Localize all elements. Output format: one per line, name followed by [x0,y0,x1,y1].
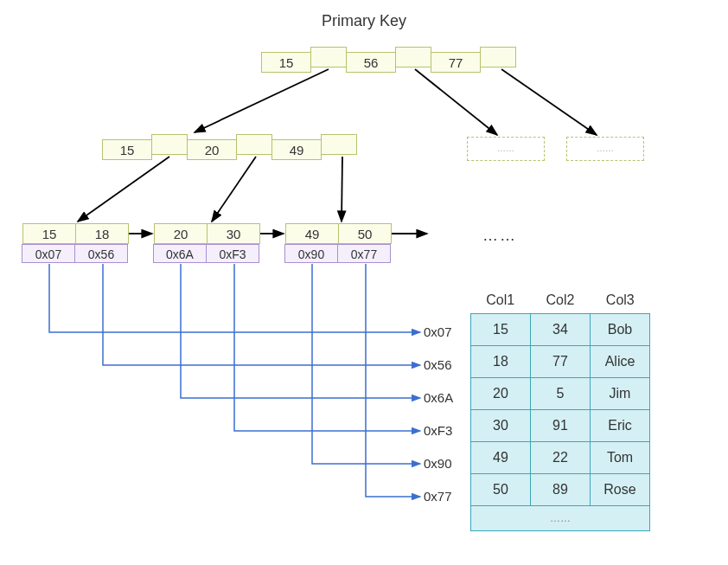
leaf0-key-0: 15 [22,223,76,244]
row-addr-4: 0x90 [424,456,452,471]
row-addr-2: 0x6A [424,390,453,405]
cell: 22 [531,442,591,474]
cell: Bob [591,314,650,346]
cell: 50 [471,474,531,506]
svg-line-4 [212,157,256,222]
svg-line-3 [78,157,169,222]
svg-line-0 [195,69,329,132]
diagram-title: Primary Key [0,12,728,30]
cell: Eric [591,410,650,442]
svg-line-5 [342,157,342,222]
cell: 5 [531,378,591,410]
cell: Rose [591,474,650,506]
leaf0-ptr-1: 0x56 [74,244,128,263]
internal-gap-1 [236,134,272,155]
cell: 49 [471,442,531,474]
leaf2-key-0: 49 [285,223,339,244]
leaf-node-2: 49 50 0x90 0x77 [285,223,392,263]
root-gap-2 [480,47,516,67]
row-addr-1: 0x56 [424,357,452,372]
col-header-1: Col2 [530,292,590,313]
root-key-0: 15 [261,52,311,73]
table-row: 1534Bob [471,314,650,346]
root-gap-1 [395,47,431,67]
cell: 34 [531,314,591,346]
table-row: 1877Alice [471,346,650,378]
cell: Tom [591,442,650,474]
leaf2-ptr-1: 0x77 [337,244,391,263]
placeholder-node-2: …… [566,137,644,161]
root-key-1: 56 [346,52,396,73]
leaf0-key-1: 18 [75,223,129,244]
cell: 20 [471,378,531,410]
cell: 15 [471,314,531,346]
internal-gap-0 [151,134,188,155]
leaf0-ptr-0: 0x07 [22,244,75,263]
leaf1-ptr-1: 0xF3 [206,244,259,263]
leaf-ellipsis: …… [482,227,517,245]
row-addr-0: 0x07 [424,324,452,339]
col-header-0: Col1 [470,292,530,313]
table-row: 205Jim [471,378,650,410]
table-row: 4922Tom [471,442,650,474]
cell: 77 [531,346,591,378]
svg-line-2 [501,69,597,135]
row-addr-5: 0x77 [424,489,452,504]
cell: 30 [471,410,531,442]
data-table: Col1 Col2 Col3 1534Bob 1877Alice 205Jim … [470,292,650,531]
internal-node: 15 20 49 [102,134,357,160]
col-header-2: Col3 [591,292,650,313]
leaf2-key-1: 50 [338,223,392,244]
leaf2-ptr-0: 0x90 [284,244,338,263]
svg-line-1 [415,69,497,135]
leaf-node-0: 15 18 0x07 0x56 [22,223,129,263]
cell: 91 [531,410,591,442]
leaf1-key-0: 20 [154,223,208,244]
cell: Jim [591,378,650,410]
table-row-ellipsis: …… [471,506,650,531]
internal-key-0: 15 [102,139,152,160]
internal-key-2: 49 [271,139,322,160]
cell: Alice [591,346,650,378]
table-footer: …… [471,506,650,531]
table-row: 3091Eric [471,410,650,442]
internal-gap-2 [321,134,357,155]
root-key-2: 77 [431,52,481,73]
row-addr-3: 0xF3 [424,423,452,438]
cell: 18 [471,346,531,378]
internal-key-1: 20 [187,139,237,160]
placeholder-node-1: …… [467,137,545,161]
cell: 89 [531,474,591,506]
root-gap-0 [310,47,347,67]
root-node: 15 56 77 [261,47,516,73]
leaf-node-1: 20 30 0x6A 0xF3 [154,223,260,263]
leaf1-key-1: 30 [207,223,260,244]
table-row: 5089Rose [471,474,650,506]
leaf1-ptr-0: 0x6A [153,244,207,263]
